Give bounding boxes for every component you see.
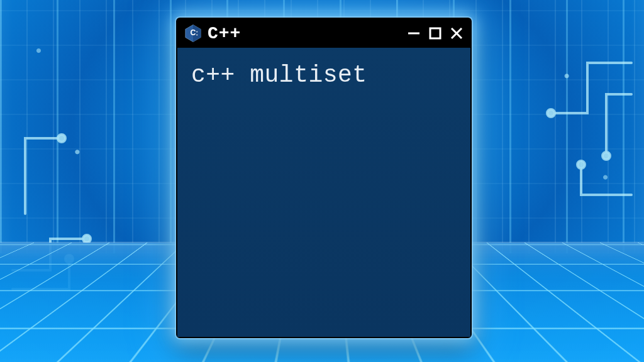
window-title: C++ bbox=[208, 24, 401, 43]
close-button[interactable] bbox=[449, 26, 464, 41]
terminal-content[interactable]: c++ multiset bbox=[177, 48, 470, 337]
maximize-button[interactable] bbox=[428, 26, 443, 41]
minimize-button[interactable] bbox=[406, 26, 421, 41]
window-controls bbox=[406, 26, 464, 41]
svg-text:C: C bbox=[191, 28, 196, 37]
svg-rect-12 bbox=[430, 28, 440, 38]
terminal-window: C + + C++ c++ multiset bbox=[176, 18, 472, 338]
cpp-logo-icon: C + + bbox=[184, 24, 203, 43]
titlebar[interactable]: C + + C++ bbox=[177, 19, 470, 48]
svg-text:+: + bbox=[196, 33, 198, 36]
terminal-line-1: c++ multiset bbox=[191, 62, 457, 89]
